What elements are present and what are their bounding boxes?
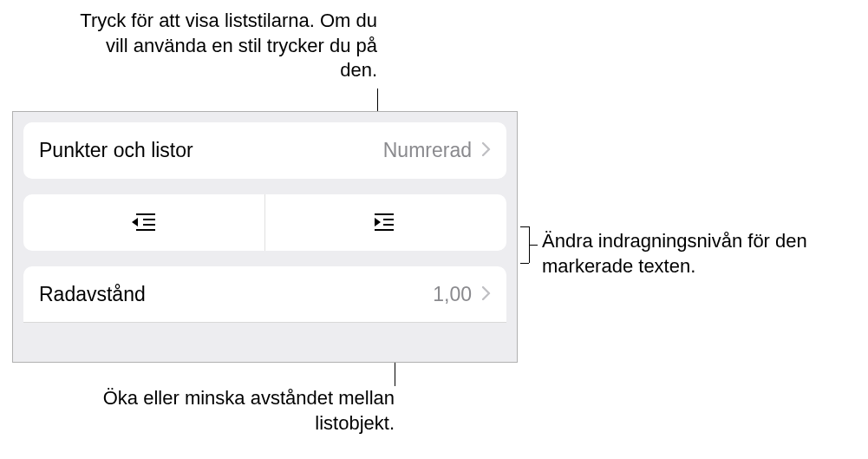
indent-icon [371, 212, 401, 234]
bullets-lists-value: Numrerad [383, 139, 472, 162]
outdent-icon [129, 212, 159, 234]
chevron-right-icon [482, 141, 491, 161]
line-spacing-label: Radavstånd [39, 283, 433, 306]
line-spacing-row[interactable]: Radavstånd 1,00 [23, 266, 506, 323]
indent-button[interactable] [265, 194, 506, 251]
bullets-lists-label: Punkter och listor [39, 139, 383, 162]
callout-spacing: Öka eller minska avståndet mellan listob… [91, 386, 395, 436]
line-spacing-value: 1,00 [433, 283, 472, 306]
bullets-and-lists-row[interactable]: Punkter och listor Numrerad [23, 122, 506, 179]
indent-controls-row [23, 194, 506, 251]
outdent-button[interactable] [23, 194, 265, 251]
formatting-panel: Punkter och listor Numrerad [12, 111, 518, 363]
callout-indent: Ändra indragningsnivån för den markerade… [542, 229, 868, 279]
svg-marker-4 [132, 218, 138, 226]
svg-marker-9 [375, 218, 381, 226]
callout-list-styles: Tryck för att visa liststilarna. Om du v… [74, 9, 377, 83]
chevron-right-icon [482, 285, 491, 305]
